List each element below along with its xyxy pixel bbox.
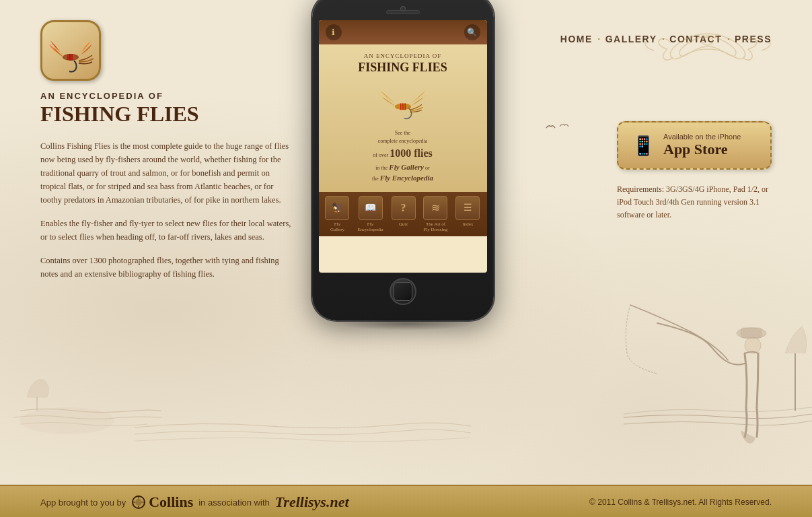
svg-point-2 <box>64 55 77 60</box>
footer: App brought to you by Collins in associa… <box>0 485 812 517</box>
phone-home-inner <box>394 282 412 301</box>
see-text: See the <box>329 129 477 137</box>
app-store-button[interactable]: 📱 Available on the iPhone App Store <box>617 121 772 170</box>
phone-home-button[interactable] <box>390 278 416 305</box>
app-title: FISHING FLIES <box>40 102 296 126</box>
svg-point-0 <box>702 37 713 45</box>
tab-index[interactable]: ☰ Index <box>455 196 480 227</box>
index-icon: ☰ <box>455 196 480 220</box>
screen-description: See the complete encyclopedia of over 10… <box>329 129 477 184</box>
svg-point-11 <box>20 407 114 434</box>
phone-screen: ℹ 🔍 AN ENCYCLOPEDIA OF FISHING FLIES <box>319 20 487 273</box>
phone-shadow <box>339 317 474 331</box>
nav-decoration <box>640 30 775 73</box>
screen-header: ℹ 🔍 <box>319 20 487 44</box>
nav-dot-1: • <box>598 36 600 42</box>
footer-copyright: © 2011 Collins & Trellisys.net. All Righ… <box>589 497 772 507</box>
app-store-text-block: Available on the iPhone App Store <box>663 133 741 158</box>
complete-text: complete encyclopedia <box>329 137 477 145</box>
tab-fly-encyclopedia[interactable]: 📖 FlyEncyclopedia <box>357 196 383 232</box>
store-name: App Store <box>663 141 741 158</box>
tab-fly-dressing[interactable]: ≋ The Art ofFly Dressing <box>423 196 447 232</box>
landscape-middle <box>135 394 471 448</box>
association-text: in association with <box>198 497 270 508</box>
tab-quiz[interactable]: ? Quiz <box>392 196 416 227</box>
trellisys-name[interactable]: Trellisys.net <box>275 493 349 511</box>
screen-body: AN ENCYCLOPEDIA OF FISHING FLIES <box>319 44 487 192</box>
quiz-label: Quiz <box>399 221 408 227</box>
app-subtitle: AN ENCYCLOPEDIA OF <box>40 91 296 101</box>
search-button[interactable]: 🔍 <box>464 24 480 40</box>
app-icon <box>40 20 101 81</box>
phone-mockup: ℹ 🔍 AN ENCYCLOPEDIA OF FISHING FLIES <box>312 0 501 331</box>
index-label: Index <box>462 221 473 227</box>
right-content: 📱 Available on the iPhone App Store Requ… <box>617 121 772 222</box>
phone-camera <box>400 6 406 11</box>
gallery-ref: in the Fly Gallery or <box>329 162 477 173</box>
phone-icon: 📱 <box>632 135 655 157</box>
nav-home[interactable]: HOME <box>560 34 593 44</box>
requirements-text: Requirements: 3G/3GS/4G iPhone, Pad 1/2,… <box>617 183 772 222</box>
phone-bottom-bar: 🦅 FlyGallery 📖 FlyEncyclopedia ? Quiz ≋ … <box>319 192 487 236</box>
count-text: of over 1000 flies <box>329 145 477 162</box>
info-button[interactable]: ℹ <box>326 24 342 40</box>
svg-point-14 <box>745 337 761 353</box>
phone-top <box>319 3 487 20</box>
fly-encyclopedia-label: FlyEncyclopedia <box>357 221 383 232</box>
fly-encyclopedia-icon: 📖 <box>359 196 383 220</box>
available-text: Available on the iPhone <box>663 133 741 141</box>
fly-dressing-icon: ≋ <box>423 196 447 220</box>
svg-rect-13 <box>741 328 762 338</box>
description-para1: Collins Fishing Flies is the most comple… <box>40 139 296 207</box>
quiz-icon: ? <box>392 196 416 220</box>
fly-dressing-label: The Art ofFly Dressing <box>423 221 447 232</box>
description-para3: Contains over 1300 photographed flies, t… <box>40 254 296 281</box>
encyclopedia-ref: the Fly Encyclopedia <box>329 172 477 184</box>
collins-logo[interactable]: Collins <box>131 493 193 511</box>
fly-gallery-icon: 🦅 <box>325 196 349 220</box>
screen-title-large: FISHING FLIES <box>329 61 477 75</box>
fly-gallery-label: FlyGallery <box>330 221 344 232</box>
fly-illustration <box>376 82 430 123</box>
left-content: AN ENCYCLOPEDIA OF FISHING FLIES Collins… <box>40 20 296 291</box>
screen-title-small: AN ENCYCLOPEDIA OF <box>329 53 477 59</box>
footer-app-text: App brought to you by <box>40 497 126 508</box>
description-para2: Enables the fly-fisher and fly-tyer to s… <box>40 217 296 244</box>
watercolor-sketch-right <box>624 300 812 448</box>
phone-outer: ℹ 🔍 AN ENCYCLOPEDIA OF FISHING FLIES <box>312 0 494 320</box>
footer-left: App brought to you by Collins in associa… <box>40 493 349 511</box>
collins-name: Collins <box>149 493 193 511</box>
birds-decoration <box>543 121 577 136</box>
svg-point-17 <box>135 499 142 506</box>
tab-fly-gallery[interactable]: 🦅 FlyGallery <box>325 196 349 232</box>
